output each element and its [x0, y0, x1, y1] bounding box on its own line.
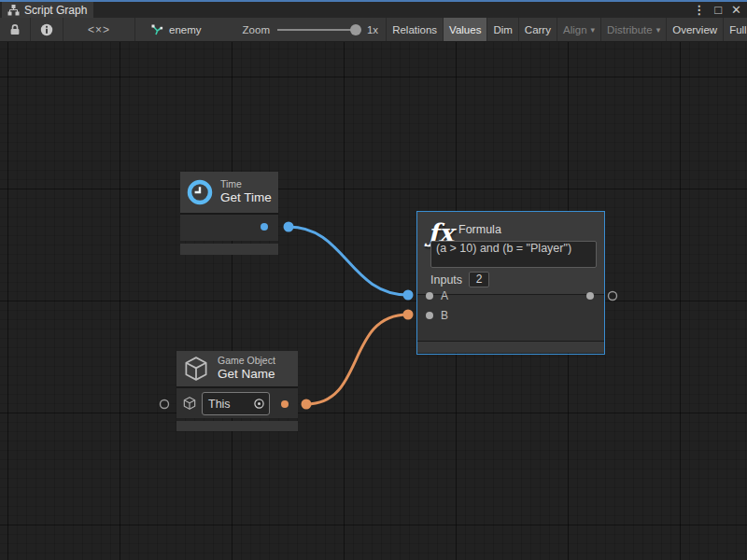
- node-category: Game Object: [218, 355, 275, 367]
- node-title: Get Time: [220, 190, 272, 206]
- graph-name: enemy: [169, 24, 202, 35]
- script-graph-window: Script Graph ⋮ □ ✕: [0, 0, 747, 560]
- get-time-port-row: [180, 215, 278, 241]
- target-object-value: This: [203, 398, 253, 411]
- info-button[interactable]: [31, 18, 63, 41]
- close-icon[interactable]: ✕: [731, 2, 741, 18]
- formula-footer: [417, 342, 604, 353]
- game-object-cube-icon: [182, 396, 197, 411]
- zoom-value: 1x: [367, 24, 378, 35]
- window-menu-icon[interactable]: ⋮: [693, 2, 705, 18]
- node-formula[interactable]: ƒx Formula (a > 10) and (b = "Player") I…: [416, 211, 605, 355]
- graph-asset-icon: [150, 23, 163, 36]
- port-a-label: A: [441, 289, 448, 302]
- inputs-label: Inputs: [430, 273, 462, 287]
- inputs-count-input[interactable]: 2: [469, 272, 489, 287]
- formula-expression-input[interactable]: (a > 10) and (b = "Player"): [430, 241, 597, 268]
- carry-button[interactable]: Carry: [518, 18, 557, 41]
- chevron-down-icon: ▾: [591, 25, 596, 35]
- title-bar: Script Graph ⋮ □ ✕: [0, 0, 747, 18]
- embed-graph-icon: <×>: [88, 23, 110, 36]
- clock-icon: [187, 179, 213, 205]
- get-name-port-row: This: [176, 388, 298, 418]
- zoom-slider-track: [277, 29, 359, 31]
- full-screen-button[interactable]: Full Screen: [723, 18, 747, 41]
- script-graph-icon: [7, 5, 20, 16]
- tab-script-graph[interactable]: Script Graph: [2, 2, 93, 18]
- overview-button[interactable]: Overview: [666, 18, 723, 41]
- lock-button[interactable]: [0, 18, 30, 41]
- get-name-footer: [176, 421, 298, 431]
- get-time-footer: [180, 244, 278, 255]
- toolbar: <×> enemy Zoom 1x: [0, 18, 747, 42]
- align-dropdown[interactable]: Align ▾: [557, 18, 600, 41]
- formula-header[interactable]: ƒx Formula (a > 10) and (b = "Player") I…: [417, 212, 604, 294]
- chevron-down-icon: ▾: [656, 25, 661, 35]
- node-title: Formula: [458, 223, 501, 236]
- port-b-label: B: [441, 309, 448, 322]
- zoom-label: Zoom: [243, 24, 270, 35]
- graph-reference-button[interactable]: enemy: [135, 18, 215, 41]
- node-get-time[interactable]: Time Get Time: [180, 172, 278, 255]
- node-title: Get Name: [218, 367, 275, 383]
- info-icon: [40, 23, 53, 36]
- target-object-field[interactable]: This: [202, 392, 270, 415]
- distribute-dropdown[interactable]: Distribute ▾: [600, 18, 666, 41]
- relations-button[interactable]: Relations: [386, 18, 443, 41]
- get-name-header[interactable]: Game Object Get Name: [176, 351, 298, 386]
- get-time-header[interactable]: Time Get Time: [180, 172, 278, 213]
- zoom-slider-handle[interactable]: [350, 24, 361, 35]
- zoom-slider[interactable]: [277, 23, 359, 36]
- graph-canvas[interactable]: [0, 42, 747, 560]
- values-button[interactable]: Values: [443, 18, 486, 41]
- dim-button[interactable]: Dim: [486, 18, 517, 41]
- lock-icon: [9, 23, 21, 35]
- node-get-name[interactable]: Game Object Get Name This: [176, 351, 298, 431]
- embed-graph-button[interactable]: <×>: [63, 18, 134, 41]
- game-object-cube-icon: [182, 355, 210, 383]
- object-picker-icon[interactable]: [253, 398, 265, 410]
- tab-title: Script Graph: [24, 4, 87, 17]
- maximize-icon[interactable]: □: [714, 2, 722, 18]
- node-category: Time: [220, 178, 272, 190]
